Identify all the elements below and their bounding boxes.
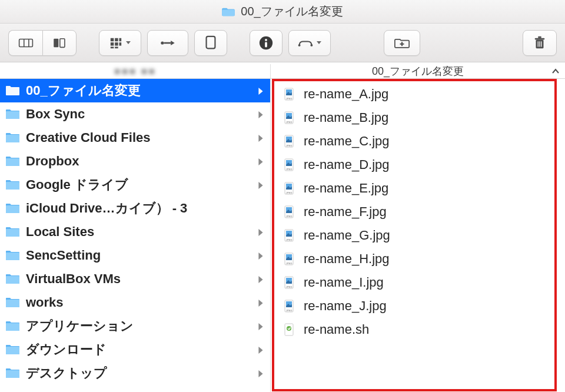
- folder-row-label: VirtualBox VMs: [26, 271, 121, 287]
- folder-row[interactable]: デスクトップ: [0, 361, 270, 385]
- svg-rect-24: [535, 38, 545, 39]
- file-row[interactable]: re-name_G.jpg: [271, 224, 565, 247]
- chevron-right-icon: [258, 83, 263, 98]
- file-row-label: re-name_G.jpg: [304, 228, 390, 243]
- folder-row-label: Google ドライブ: [26, 176, 128, 194]
- share-icon: [160, 35, 175, 51]
- svg-rect-25: [538, 36, 541, 38]
- folder-row[interactable]: アプリケーション: [0, 314, 270, 338]
- path-button[interactable]: [288, 30, 331, 56]
- arrange-button[interactable]: [99, 30, 141, 56]
- folder-row-label: デスクトップ: [26, 364, 107, 382]
- folder-row[interactable]: VirtualBox VMs: [0, 267, 270, 291]
- svg-point-19: [298, 44, 301, 46]
- jpeg-file-icon: [282, 299, 295, 313]
- path-icon: [298, 35, 313, 51]
- chevron-right-icon: [258, 130, 263, 145]
- view-columns-button[interactable]: [8, 30, 42, 56]
- svg-rect-6: [115, 38, 118, 41]
- folder-row[interactable]: iCloud Drive…カイブ） - 3: [0, 197, 270, 220]
- chevron-right-icon: [258, 366, 263, 381]
- new-folder-button[interactable]: [384, 30, 420, 56]
- chevron-right-icon: [258, 107, 263, 122]
- jpeg-file-icon: [282, 181, 295, 195]
- folder-row-label: 00_ファイル名変更: [26, 82, 141, 99]
- file-row-label: re-name_J.jpg: [304, 298, 387, 314]
- folder-row-label: SencSetting: [26, 248, 101, 263]
- file-row-label: re-name_E.jpg: [304, 181, 388, 196]
- share-button[interactable]: [147, 30, 188, 56]
- jpeg-file-icon: [282, 252, 295, 266]
- left-column-header[interactable]: ■■■ ■■: [0, 64, 271, 78]
- file-row-label: re-name.sh: [304, 322, 369, 337]
- folder-row[interactable]: Creative Cloud Files: [0, 126, 270, 150]
- file-row[interactable]: re-name_F.jpg: [271, 200, 565, 224]
- trash-button[interactable]: [523, 30, 557, 56]
- jpeg-file-icon: [282, 275, 295, 290]
- new-folder-icon: [394, 35, 410, 51]
- getinfo-button[interactable]: [250, 30, 282, 56]
- view-gallery-button[interactable]: [42, 30, 77, 56]
- right-pane[interactable]: re-name_A.jpgre-name_B.jpgre-name_C.jpgr…: [271, 79, 565, 392]
- info-icon: [258, 35, 274, 51]
- jpeg-file-icon: [282, 111, 295, 125]
- folder-icon: [6, 320, 20, 332]
- chevron-right-icon: [258, 271, 263, 287]
- chevron-right-icon: [258, 154, 263, 169]
- file-row[interactable]: re-name.sh: [271, 318, 565, 341]
- folder-icon: [6, 273, 20, 285]
- file-row[interactable]: re-name_E.jpg: [271, 177, 565, 200]
- svg-rect-7: [119, 38, 122, 41]
- jpeg-file-icon: [282, 205, 295, 219]
- svg-rect-3: [54, 38, 58, 47]
- file-row[interactable]: re-name_I.jpg: [271, 271, 565, 294]
- folder-row[interactable]: Box Sync: [0, 102, 270, 126]
- jpeg-file-icon: [282, 134, 295, 148]
- folder-icon: [222, 6, 235, 17]
- svg-rect-4: [60, 38, 65, 47]
- file-row[interactable]: re-name_B.jpg: [271, 106, 565, 129]
- folder-row-label: works: [26, 295, 64, 310]
- chevron-right-icon: [258, 318, 263, 334]
- folder-row-label: Dropbox: [26, 154, 79, 169]
- svg-rect-11: [111, 46, 114, 48]
- file-row[interactable]: re-name_C.jpg: [271, 129, 565, 153]
- folder-row[interactable]: Local Sites: [0, 220, 270, 244]
- chevron-right-icon: [258, 248, 263, 263]
- quicklook-button[interactable]: [194, 30, 227, 56]
- arrange-icon: [109, 36, 122, 49]
- file-row-label: re-name_F.jpg: [304, 204, 387, 220]
- jpeg-file-icon: [282, 87, 295, 101]
- folder-row[interactable]: SencSetting: [0, 244, 270, 267]
- file-row[interactable]: re-name_J.jpg: [271, 294, 565, 318]
- folder-row[interactable]: 00_ファイル名変更: [0, 79, 270, 102]
- file-row-label: re-name_A.jpg: [304, 87, 388, 102]
- svg-point-13: [161, 41, 164, 44]
- gdrive-icon: [6, 179, 20, 191]
- trash-icon: [532, 35, 547, 51]
- svg-rect-14: [164, 42, 171, 44]
- file-row-label: re-name_I.jpg: [304, 275, 384, 290]
- folder-row[interactable]: Google ドライブ: [0, 173, 270, 197]
- downloads-icon: [6, 344, 20, 356]
- folder-icon: [6, 202, 20, 214]
- file-row[interactable]: re-name_H.jpg: [271, 247, 565, 271]
- right-column-header[interactable]: 00_ファイル名変更: [271, 64, 565, 78]
- folder-icon: [6, 108, 20, 120]
- left-pane[interactable]: 00_ファイル名変更Box SyncCreative Cloud FilesDr…: [0, 79, 271, 392]
- folder-row[interactable]: Dropbox: [0, 150, 270, 173]
- toolbar: [0, 24, 565, 62]
- finder-columns: 00_ファイル名変更Box SyncCreative Cloud FilesDr…: [0, 79, 565, 392]
- file-row[interactable]: re-name_A.jpg: [271, 82, 565, 106]
- folder-row-label: アプリケーション: [26, 317, 134, 335]
- file-row-label: re-name_B.jpg: [304, 110, 388, 125]
- folder-row[interactable]: works: [0, 291, 270, 314]
- folder-row[interactable]: ダウンロード: [0, 338, 270, 361]
- svg-rect-12: [115, 46, 118, 48]
- chevron-right-icon: [258, 342, 263, 357]
- folder-row-label: iCloud Drive…カイブ） - 3: [26, 200, 187, 217]
- file-row[interactable]: re-name_D.jpg: [271, 153, 565, 177]
- file-row-label: re-name_H.jpg: [304, 251, 390, 267]
- window-title: 00_ファイル名変更: [241, 4, 343, 19]
- column-headers: ■■■ ■■ 00_ファイル名変更: [0, 62, 565, 79]
